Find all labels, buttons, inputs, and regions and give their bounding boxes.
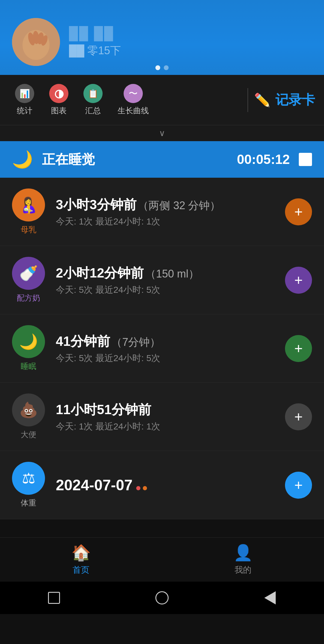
weight-add-button[interactable]: + xyxy=(285,472,312,499)
breast-sub: 今天: 1次 最近24小时: 1次 xyxy=(56,215,274,228)
weight-icon: ⚖ xyxy=(12,462,45,495)
sleep-content: 41分钟前 （7分钟） 今天: 5次 最近24小时: 5次 xyxy=(56,333,274,364)
nav-item-growth[interactable]: 〜 生长曲线 xyxy=(112,81,155,119)
breast-label: 母乳 xyxy=(21,224,36,235)
formula-icon: 🍼 xyxy=(12,257,45,290)
header-page-dots xyxy=(155,65,169,70)
breast-add-button[interactable]: + xyxy=(285,198,312,225)
breast-icon-wrap: 🤱 母乳 xyxy=(12,188,45,235)
formula-add-button[interactable]: + xyxy=(285,267,312,294)
stats-icon: 📊 xyxy=(15,84,34,103)
poop-time: 11小时51分钟前 xyxy=(56,402,151,417)
weight-dot-orange xyxy=(143,486,147,490)
weight-label: 体重 xyxy=(21,498,36,508)
sleep-card-label: 睡眠 xyxy=(21,361,36,372)
home-label: 首页 xyxy=(73,564,89,576)
bottom-nav-home[interactable]: 🏠 首页 xyxy=(0,544,162,576)
chart-icon: ◑ xyxy=(49,84,68,103)
formula-label: 配方奶 xyxy=(17,293,40,303)
sleep-add-button[interactable]: + xyxy=(285,335,312,362)
square-icon xyxy=(48,592,60,604)
header: ██ ██ ██ 零15下 xyxy=(0,0,324,75)
chart-label: 图表 xyxy=(51,105,67,116)
sleep-moon-icon: 🌙 xyxy=(12,150,33,169)
summary-label: 汇总 xyxy=(85,105,101,116)
formula-time-row: 2小时12分钟前 （150 ml） xyxy=(56,264,274,282)
formula-icon-wrap: 🍼 配方奶 xyxy=(12,257,45,303)
bottom-nav-mine[interactable]: 👤 我的 xyxy=(162,544,324,576)
weight-dots xyxy=(136,486,147,490)
weight-dot-red xyxy=(136,486,140,490)
poop-card: 💩 大便 11小时51分钟前 今天: 1次 最近24小时: 1次 + xyxy=(0,383,324,451)
sleep-stop-button[interactable] xyxy=(299,153,312,166)
bottom-nav: 🏠 首页 👤 我的 xyxy=(0,537,324,582)
circle-icon xyxy=(155,591,169,604)
breast-time: 3小时3分钟前 xyxy=(56,197,136,212)
header-name: ██ ██ xyxy=(69,26,121,40)
weight-date-row: 2024-07-07 xyxy=(56,476,274,494)
growth-icon: 〜 xyxy=(124,84,143,103)
sleep-banner: 🌙 正在睡觉 00:05:12 xyxy=(0,141,324,178)
weight-icon-wrap: ⚖ 体重 xyxy=(12,462,45,508)
breast-time-row: 3小时3分钟前 （两侧 32 分钟） xyxy=(56,196,274,214)
header-info: ██ ██ ██ 零15下 xyxy=(69,26,121,58)
nav-item-stats[interactable]: 📊 统计 xyxy=(9,81,40,119)
growth-label: 生长曲线 xyxy=(118,105,149,116)
sleep-time: 41分钟前 xyxy=(56,334,110,349)
mine-label: 我的 xyxy=(235,564,251,576)
sleep-timer: 00:05:12 xyxy=(237,152,290,167)
formula-card: 🍼 配方奶 2小时12分钟前 （150 ml） 今天: 5次 最近24小时: 5… xyxy=(0,246,324,314)
system-nav xyxy=(0,582,324,614)
home-button[interactable] xyxy=(153,589,171,607)
sleep-status-text: 正在睡觉 xyxy=(42,151,228,168)
breast-content: 3小时3分钟前 （两侧 32 分钟） 今天: 1次 最近24小时: 1次 xyxy=(56,196,274,228)
poop-icon: 💩 xyxy=(12,393,45,426)
poop-add-button[interactable]: + xyxy=(285,403,312,430)
dot-1 xyxy=(155,65,160,70)
weight-content: 2024-07-07 xyxy=(56,476,274,494)
home-icon: 🏠 xyxy=(71,544,91,562)
sleep-detail: （7分钟） xyxy=(111,336,160,348)
back-button[interactable] xyxy=(261,589,279,607)
nav-items: 📊 统计 ◑ 图表 📋 汇总 〜 生长曲线 xyxy=(9,81,242,119)
recents-button[interactable] xyxy=(45,589,63,607)
dot-2 xyxy=(164,65,169,70)
pencil-icon: ✏️ xyxy=(254,92,271,108)
header-subtitle: ██ 零15下 xyxy=(69,43,121,58)
nav-expand-chevron[interactable]: ∨ xyxy=(0,125,324,141)
sleep-card: 🌙 睡眠 41分钟前 （7分钟） 今天: 5次 最近24小时: 5次 + xyxy=(0,314,324,383)
formula-sub: 今天: 5次 最近24小时: 5次 xyxy=(56,284,274,296)
summary-icon: 📋 xyxy=(83,84,103,103)
sleep-icon-wrap: 🌙 睡眠 xyxy=(12,325,45,372)
formula-content: 2小时12分钟前 （150 ml） 今天: 5次 最近24小时: 5次 xyxy=(56,264,274,296)
spacer xyxy=(0,519,324,537)
poop-icon-wrap: 💩 大便 xyxy=(12,393,45,440)
sleep-time-row: 41分钟前 （7分钟） xyxy=(56,333,274,350)
poop-content: 11小时51分钟前 今天: 1次 最近24小时: 1次 xyxy=(56,401,274,433)
breast-detail: （两侧 32 分钟） xyxy=(138,199,220,212)
weight-date: 2024-07-07 xyxy=(56,477,133,494)
navbar: 📊 统计 ◑ 图表 📋 汇总 〜 生长曲线 ✏️ 记录卡 xyxy=(0,75,324,125)
triangle-icon xyxy=(264,591,276,604)
nav-divider xyxy=(248,88,248,112)
avatar xyxy=(12,18,60,66)
person-icon: 👤 xyxy=(233,544,253,562)
record-card-button[interactable]: ✏️ 记录卡 xyxy=(254,91,315,109)
breast-icon: 🤱 xyxy=(12,188,45,221)
poop-label: 大便 xyxy=(21,429,36,440)
nav-item-chart[interactable]: ◑ 图表 xyxy=(43,81,74,119)
poop-sub: 今天: 1次 最近24小时: 1次 xyxy=(56,420,274,433)
formula-detail: （150 ml） xyxy=(145,268,199,280)
nav-item-summary[interactable]: 📋 汇总 xyxy=(77,81,109,119)
sleep-card-icon: 🌙 xyxy=(12,325,45,358)
formula-time: 2小时12分钟前 xyxy=(56,266,144,280)
poop-time-row: 11小时51分钟前 xyxy=(56,401,274,419)
stats-label: 统计 xyxy=(17,105,32,116)
sleep-sub: 今天: 5次 最近24小时: 5次 xyxy=(56,352,274,364)
weight-card: ⚖ 体重 2024-07-07 + xyxy=(0,451,324,519)
record-card-label: 记录卡 xyxy=(275,91,315,109)
breast-card: 🤱 母乳 3小时3分钟前 （两侧 32 分钟） 今天: 1次 最近24小时: 1… xyxy=(0,178,324,246)
